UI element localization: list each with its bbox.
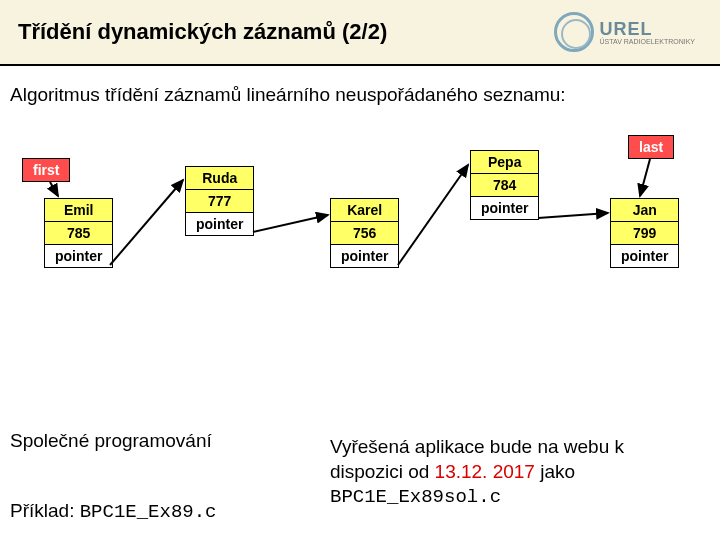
solved-date: 13.12. 2017	[435, 461, 535, 482]
svg-line-1	[640, 159, 650, 196]
algorithm-description: Algoritmus třídění záznamů lineárního ne…	[10, 84, 566, 106]
example-line: Příklad: BPC1E_Ex89.c	[10, 500, 217, 523]
svg-line-3	[253, 215, 328, 232]
logo-ring-icon	[554, 12, 594, 52]
arrow-icon	[10, 140, 710, 360]
logo: UREL ÚSTAV RADIOELEKTRONIKY	[554, 12, 695, 52]
svg-line-4	[398, 165, 468, 265]
solved-post: jako	[535, 461, 575, 482]
logo-name: UREL	[600, 20, 695, 38]
logo-subtitle: ÚSTAV RADIOELEKTRONIKY	[600, 38, 695, 45]
example-file: BPC1E_Ex89.c	[80, 501, 217, 523]
svg-line-0	[50, 182, 58, 196]
slide-header: Třídění dynamických záznamů (2/2) UREL Ú…	[0, 0, 720, 66]
solved-text: Vyřešená aplikace bude na webu k dispozi…	[330, 435, 700, 510]
slide-title: Třídění dynamických záznamů (2/2)	[18, 19, 387, 45]
svg-line-2	[110, 180, 183, 265]
svg-line-5	[538, 213, 608, 218]
programming-label: Společné programování	[10, 430, 212, 452]
linked-list-diagram: first last Emil 785 pointer Ruda 777 poi…	[10, 140, 710, 360]
solved-file: BPC1E_Ex89sol.c	[330, 486, 501, 508]
example-label: Příklad:	[10, 500, 80, 521]
